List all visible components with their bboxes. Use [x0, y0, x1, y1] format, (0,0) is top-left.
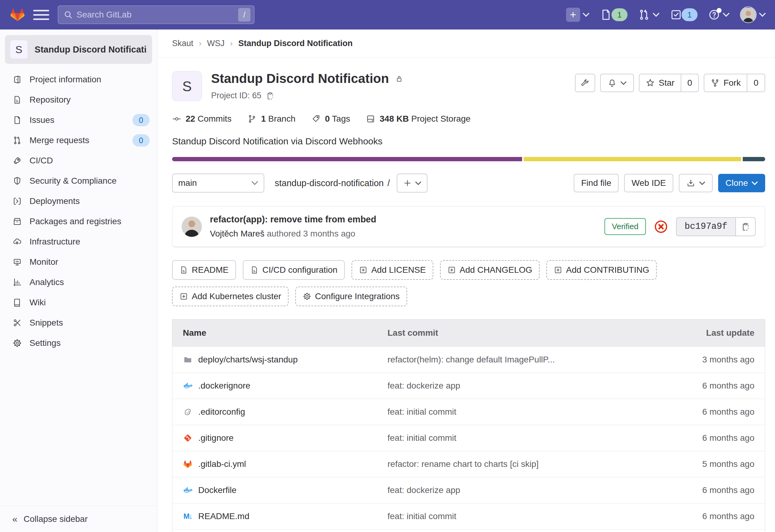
file-link[interactable]: .gitignore [172, 433, 388, 443]
pipeline-failed-icon[interactable] [654, 220, 668, 234]
breadcrumb-group[interactable]: Skaut [172, 39, 193, 48]
monitor-icon [12, 257, 22, 267]
commits-stat[interactable]: 22 Commits [172, 114, 231, 124]
column-header-name: Name [172, 328, 388, 338]
clone-button[interactable]: Clone [718, 174, 765, 192]
download-button[interactable] [679, 174, 713, 192]
sidebar-item-cicd[interactable]: CI/CD [0, 151, 157, 171]
sidebar-item-label: Snippets [29, 318, 63, 328]
table-row-partial [172, 529, 765, 532]
commit-message-link[interactable]: feat: dockerize app [388, 485, 673, 495]
breadcrumb-separator: › [230, 39, 233, 48]
file-link[interactable]: Dockerfile [172, 485, 388, 495]
sidebar-item-merge-requests[interactable]: Merge requests 0 [0, 130, 157, 151]
new-menu-button[interactable] [566, 8, 589, 22]
todos-shortcut-button[interactable]: 1 [670, 8, 698, 21]
add-contributing-button[interactable]: Add CONTRIBUTING [546, 260, 657, 280]
commit-author-avatar[interactable] [182, 217, 202, 237]
commit-message-link[interactable]: feat: initial commit [388, 433, 673, 443]
sidebar-item-security-compliance[interactable]: Security & Compliance [0, 171, 157, 191]
issues-count-badge: 0 [132, 114, 150, 126]
sidebar-item-settings[interactable]: Settings [0, 333, 157, 353]
commit-author-name[interactable]: Vojtěch Mareš [210, 229, 264, 238]
file-link[interactable]: .gitlab-ci.yml [172, 459, 388, 469]
docker-icon [183, 381, 193, 390]
chevron-down-icon [759, 13, 766, 17]
copy-project-id-icon[interactable] [266, 92, 274, 100]
sidebar-project-context[interactable]: S Standup Discord Notificati... [5, 35, 152, 64]
project-avatar: S [172, 71, 202, 101]
file-link[interactable]: M↓ README.md [172, 511, 388, 521]
tags-stat[interactable]: 0 Tags [311, 114, 350, 124]
star-count[interactable]: 0 [681, 74, 699, 92]
add-file-button[interactable] [397, 174, 428, 193]
last-update: 6 months ago [673, 485, 765, 495]
commit-title[interactable]: refactor(app): remove time from embed [210, 214, 376, 225]
markdown-icon: M↓ [183, 512, 193, 521]
user-menu-button[interactable] [740, 6, 766, 23]
sidebar-item-issues[interactable]: Issues 0 [0, 110, 157, 130]
notifications-button[interactable] [600, 74, 634, 92]
sidebar-item-wiki[interactable]: Wiki [0, 292, 157, 313]
collapse-sidebar-button[interactable]: « Collapse sidebar [0, 506, 157, 532]
commit-message-link[interactable]: feat: dockerize app [388, 381, 673, 391]
fork-count[interactable]: 0 [747, 74, 765, 92]
sidebar-item-infrastructure[interactable]: Infrastructure [0, 232, 157, 252]
search-input[interactable] [76, 10, 234, 20]
project-id: Project ID: 65 [211, 91, 261, 100]
sidebar-item-project-information[interactable]: Project information [0, 69, 157, 90]
add-license-button[interactable]: Add LICENSE [351, 260, 433, 280]
repo-path[interactable]: standup-discord-notification [275, 178, 384, 188]
sidebar-item-repository[interactable]: Repository [0, 90, 157, 110]
help-menu-button[interactable] [708, 9, 730, 21]
branches-stat[interactable]: 1 Branch [247, 114, 295, 124]
cicd-configuration-button[interactable]: CI/CD configuration [243, 260, 345, 280]
gitlab-icon [183, 460, 193, 468]
admin-wrench-button[interactable] [575, 74, 595, 92]
collapse-icon: « [12, 514, 18, 524]
fork-button-group[interactable]: Fork 0 [704, 74, 765, 92]
file-link[interactable]: .editorconfig [172, 407, 388, 417]
fork-button[interactable]: Fork [704, 74, 747, 92]
commit-message-link[interactable]: refactor(helm): change default ImagePull… [388, 355, 673, 365]
table-row: Dockerfile feat: dockerize app 6 months … [172, 477, 765, 503]
sidebar-item-snippets[interactable]: Snippets [0, 313, 157, 333]
commit-authored-ago: authored 3 months ago [267, 229, 355, 238]
sidebar-item-monitor[interactable]: Monitor [0, 252, 157, 272]
chevron-down-icon [699, 181, 705, 185]
file-link[interactable]: deploy/charts/wsj-standup [172, 355, 388, 365]
sidebar-item-packages-registries[interactable]: Packages and registries [0, 211, 157, 232]
commit-message-link[interactable]: refactor: rename chart to charts [ci ski… [388, 459, 673, 469]
global-search[interactable]: / [58, 6, 254, 24]
file-link[interactable]: .dockerignore [172, 381, 388, 391]
find-file-button[interactable]: Find file [574, 174, 619, 192]
avatar [740, 6, 757, 23]
verified-badge[interactable]: Verified [605, 218, 646, 235]
language-bar[interactable] [172, 157, 765, 161]
breadcrumb-subgroup[interactable]: WSJ [207, 39, 225, 48]
issues-shortcut-button[interactable]: 1 [600, 8, 628, 21]
copy-icon [741, 222, 750, 231]
sidebar-item-label: Security & Compliance [29, 176, 116, 186]
configure-integrations-button[interactable]: Configure Integrations [295, 287, 407, 306]
star-button-group[interactable]: Star 0 [639, 74, 699, 92]
star-button[interactable]: Star [640, 74, 680, 92]
last-update: 6 months ago [673, 511, 765, 521]
copy-sha-button[interactable] [735, 217, 756, 236]
branch-selector[interactable]: main [172, 174, 264, 193]
sidebar-item-deployments[interactable]: Deployments [0, 191, 157, 211]
commit-message-link[interactable]: feat: initial commit [388, 407, 673, 417]
add-changelog-button[interactable]: Add CHANGELOG [440, 260, 540, 280]
sidebar-item-analytics[interactable]: Analytics [0, 272, 157, 292]
sidebar-item-label: Issues [29, 115, 54, 125]
readme-button[interactable]: README [172, 260, 236, 280]
sidebar-item-label: CI/CD [29, 156, 53, 166]
menu-toggle-icon[interactable] [33, 7, 49, 23]
commit-message-link[interactable]: feat: initial commit [388, 511, 673, 521]
web-ide-button[interactable]: Web IDE [624, 174, 673, 192]
merge-requests-shortcut-button[interactable] [638, 9, 660, 21]
shield-icon [12, 176, 22, 186]
gitlab-logo-icon[interactable] [10, 8, 25, 22]
storage-stat[interactable]: 348 KB Project Storage [366, 114, 471, 124]
add-kubernetes-cluster-button[interactable]: Add Kubernetes cluster [172, 287, 288, 306]
